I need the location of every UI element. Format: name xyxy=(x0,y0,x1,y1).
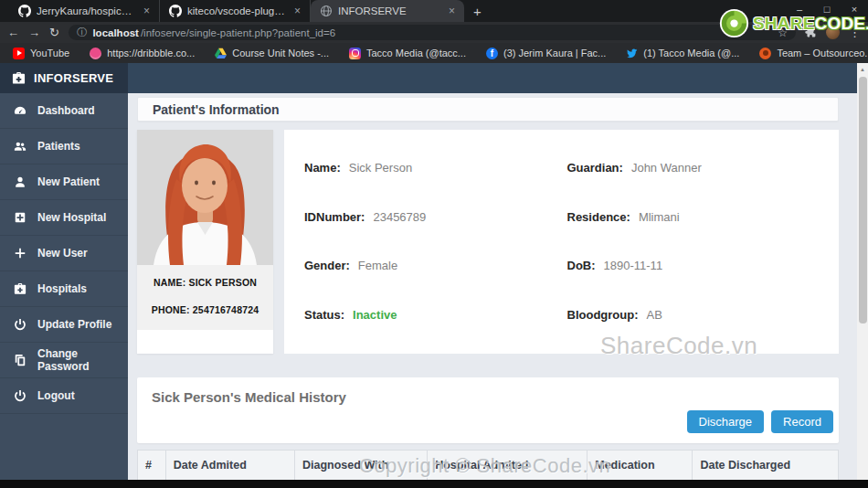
patient-details-panel: Name:Sick Person IDNumber:23456789 Gende… xyxy=(284,130,839,354)
window-bottom-edge xyxy=(0,480,868,488)
sidebar-item-label: Logout xyxy=(37,389,75,402)
bookmark-drive[interactable]: Course Unit Notes -... xyxy=(215,48,329,59)
panel-title-text: Patient's Information xyxy=(153,102,280,117)
plus-square-icon xyxy=(14,211,26,224)
logo-text-code: CODE xyxy=(815,14,866,33)
field-label: Guardian: xyxy=(567,161,623,175)
patient-photo-card: NAME: SICK PERSON PHONE: 254716748724 xyxy=(137,130,273,354)
sidebar-item-change-password[interactable]: Change Password xyxy=(0,343,128,378)
field-value: John Wanner xyxy=(631,161,702,175)
bookmark-label: Team – Outsourceo... xyxy=(777,48,868,58)
column-header-index: # xyxy=(137,450,165,480)
url-path: /infoserve/single-patient.php?patient_id… xyxy=(141,27,335,38)
bookmark-label: (1) Tacco Media (@... xyxy=(643,48,739,58)
sidebar-item-logout[interactable]: Logout xyxy=(0,378,128,414)
main-content: Patient's Information xyxy=(128,93,857,480)
field-label: Gender: xyxy=(304,259,350,272)
field-bloodgroup: Bloodgroup:AB xyxy=(567,308,831,322)
scroll-up-icon[interactable]: ▲ xyxy=(857,63,868,75)
new-tab-button[interactable]: + xyxy=(464,2,491,22)
bookmark-instagram[interactable]: Tacco Media (@tacc... xyxy=(349,48,466,59)
record-button[interactable]: Record xyxy=(771,410,833,433)
github-icon xyxy=(18,5,31,17)
tab-title: kiteco/vscode-plugin: Kite Autoc xyxy=(187,5,286,16)
browser-window: JerryKaura/hospicare: second yea × kitec… xyxy=(0,0,868,488)
tab-close-icon[interactable]: × xyxy=(447,5,457,17)
url-host: localhost xyxy=(92,27,138,38)
power-icon xyxy=(14,389,26,402)
plus-icon xyxy=(14,247,26,260)
brand-title: INFORSERVE xyxy=(34,71,113,85)
sidebar-item-label: Change Password xyxy=(37,347,128,373)
bookmark-team[interactable]: Team – Outsourceo... xyxy=(759,48,868,59)
tab-close-icon[interactable]: × xyxy=(142,5,152,17)
field-value: Sick Person xyxy=(349,161,412,175)
dribbble-icon xyxy=(90,48,101,59)
sidebar-item-label: Hospitals xyxy=(37,282,87,295)
watermark-panel: ShareCode.vn xyxy=(600,332,757,360)
photo-caption-phone: PHONE: 254716748724 xyxy=(141,304,270,315)
address-bar[interactable]: ⓘ localhost/infoserve/single-patient.php… xyxy=(69,25,796,40)
bookmark-label: Tacco Media (@tacc... xyxy=(366,48,466,58)
facebook-icon: f xyxy=(486,48,498,59)
app-sidebar: INFORSERVE Dashboard Patients New Patien… xyxy=(0,63,128,480)
sharecode-logo: SHARECODE.vn xyxy=(719,8,868,38)
field-value: AB xyxy=(646,308,662,322)
google-drive-icon xyxy=(215,48,227,59)
sidebar-item-update-profile[interactable]: Update Profile xyxy=(0,307,128,343)
scrollbar-thumb[interactable] xyxy=(859,77,867,324)
globe-icon xyxy=(320,5,333,17)
twitter-icon xyxy=(626,48,638,59)
patient-info-panel-header: Patient's Information xyxy=(137,97,839,122)
bookmark-twitter[interactable]: (1) Tacco Media (@... xyxy=(626,48,739,59)
page-scrollbar[interactable]: ▲ xyxy=(857,63,868,480)
instagram-icon xyxy=(349,48,361,59)
column-header-date-discharged: Date Discharged xyxy=(692,450,839,480)
forward-button[interactable]: → xyxy=(28,27,40,38)
tab-hospicare[interactable]: JerryKaura/hospicare: second yea × xyxy=(9,0,160,22)
bookmark-label: Course Unit Notes -... xyxy=(232,48,329,58)
discharge-button[interactable]: Discharge xyxy=(687,410,765,433)
field-label: Bloodgroup: xyxy=(567,308,639,322)
medical-history-title: Sick Person's Medical History xyxy=(152,389,824,405)
back-button[interactable]: ← xyxy=(7,27,19,38)
field-label: DoB: xyxy=(567,259,596,272)
sidebar-item-new-patient[interactable]: New Patient xyxy=(0,164,128,200)
field-dob: DoB:1890-11-11 xyxy=(567,259,831,272)
sidebar-item-new-user[interactable]: New User xyxy=(0,236,128,271)
bookmark-youtube[interactable]: YouTube xyxy=(13,48,69,59)
tab-kite-plugin[interactable]: kiteco/vscode-plugin: Kite Autoc × xyxy=(160,0,311,22)
tab-close-icon[interactable]: × xyxy=(292,5,302,17)
field-label: Name: xyxy=(304,161,341,175)
status-value: Inactive xyxy=(353,308,397,322)
user-icon xyxy=(14,175,26,188)
field-value: Mlimani xyxy=(639,210,680,224)
dashboard-icon xyxy=(14,104,26,117)
github-icon xyxy=(169,5,182,17)
sidebar-item-new-hospital[interactable]: New Hospital xyxy=(0,200,128,236)
bookmark-facebook[interactable]: f (3) Jerim Kaura | Fac... xyxy=(486,48,606,59)
bookmark-label: https://dribbble.co... xyxy=(107,48,195,58)
bookmarks-bar: YouTube https://dribbble.co... Course Un… xyxy=(0,43,868,63)
sidebar-item-dashboard[interactable]: Dashboard xyxy=(0,93,128,129)
bookmark-dribbble[interactable]: https://dribbble.co... xyxy=(90,48,195,59)
site-info-icon[interactable]: ⓘ xyxy=(77,26,88,39)
sidebar-item-hospitals[interactable]: Hospitals xyxy=(0,271,128,307)
users-icon xyxy=(14,140,26,153)
app-top-navbar xyxy=(128,63,868,93)
tab-inforserve-active[interactable]: INFORSERVE × xyxy=(311,0,464,22)
sidebar-item-label: Dashboard xyxy=(37,104,95,117)
sharecode-logo-icon xyxy=(719,8,749,38)
tab-title: INFORSERVE xyxy=(338,5,407,16)
patient-photo xyxy=(137,130,273,265)
bookmark-label: YouTube xyxy=(30,48,69,58)
reload-button[interactable]: ↻ xyxy=(49,27,59,38)
field-value: 23456789 xyxy=(373,210,426,224)
medical-history-card: Sick Person's Medical History Discharge … xyxy=(137,377,839,443)
photo-caption: NAME: SICK PERSON PHONE: 254716748724 xyxy=(137,265,273,330)
sidebar-item-label: Update Profile xyxy=(37,318,111,331)
sidebar-item-patients[interactable]: Patients xyxy=(0,129,128,164)
logo-text-share: SHARE xyxy=(753,14,815,33)
clone-icon xyxy=(14,354,26,366)
field-status: Status:Inactive xyxy=(304,308,567,322)
